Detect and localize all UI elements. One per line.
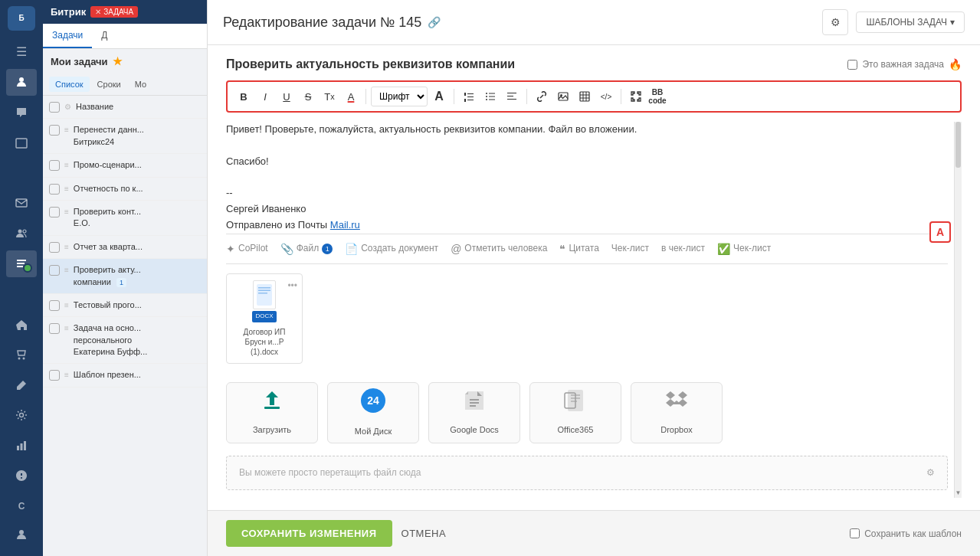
upload-option-gdocs[interactable]: Google Docs [428,382,520,443]
toolbar-clear-format[interactable]: Tx [320,87,339,106]
sidebar-item-settings[interactable] [6,401,37,429]
task-drag-handle[interactable]: ≡ [64,208,69,216]
task-row-active[interactable]: ≡ Проверить акту...компании 1 [43,259,207,294]
sidebar-item-mail[interactable] [6,190,37,217]
toolbar-list-unordered[interactable] [480,87,500,106]
sidebar-item-sort[interactable] [6,280,37,308]
toolbar-color[interactable]: A [341,87,361,106]
task-row[interactable]: ≡ Задача на осно...персональногоЕкатерин… [43,317,207,364]
task-badge-close[interactable]: ✕ [95,8,101,16]
task-row[interactable]: ≡ Шаблон презен... [43,364,207,387]
scrollbar-down-arrow[interactable]: ▼ [955,487,962,498]
list-tab-deadlines[interactable]: Сроки [91,77,127,92]
file-card[interactable]: ••• DOCX [226,273,303,364]
task-row[interactable]: ≡ Отчет за кварта... [43,236,207,259]
upload-option-mydisk[interactable]: 24 Мой Диск [327,382,419,443]
task-row[interactable]: ≡ Проверить конт...Е.О. [43,201,207,236]
sidebar-item-calendar[interactable] [6,129,37,157]
tab-d[interactable]: Д [92,24,116,48]
sidebar-item-shop[interactable] [6,341,37,368]
task-checkbox[interactable] [49,300,60,311]
sidebar-item-c[interactable]: C [6,492,37,520]
upload-option-dropbox[interactable]: Dropbox [631,382,723,443]
task-row[interactable]: ≡ Перенести данн...Битрикс24 [43,119,207,154]
sidebar-item-home[interactable] [6,311,37,339]
sidebar-item-support[interactable] [6,462,37,489]
task-drag-handle[interactable]: ≡ [64,126,69,134]
save-button[interactable]: СОХРАНИТЬ ИЗМЕНЕНИЯ [226,520,392,547]
link-icon[interactable]: 🔗 [428,16,441,28]
checklist-button[interactable]: Чек-лист [611,241,649,256]
task-checkbox[interactable] [49,102,60,113]
sidebar-item-tasks[interactable] [6,159,37,187]
cancel-button[interactable]: ОТМЕНА [402,528,447,539]
toolbar-font-size[interactable]: A [429,87,449,106]
task-drag-handle[interactable]: ≡ [64,301,69,309]
list-tab-mo[interactable]: Мо [129,77,152,92]
important-checkbox[interactable] [847,60,857,70]
toolbar-fullscreen[interactable] [626,87,646,106]
toolbar-table[interactable] [575,87,595,106]
task-drag-handle[interactable]: ≡ [64,161,69,169]
mail-link[interactable]: Mail.ru [330,219,360,231]
sidebar-item-user-bottom[interactable] [6,521,37,548]
sidebar-item-chat[interactable] [6,99,37,126]
vertical-scrollbar[interactable]: ▲ ▼ [954,122,962,498]
drop-zone-gear-icon[interactable]: ⚙ [926,466,935,480]
tab-tasks[interactable]: Задачи [43,24,92,48]
scrollbar-thumb[interactable] [955,122,961,168]
task-checkbox[interactable] [49,184,60,195]
toolbar-align[interactable] [502,87,522,106]
task-row[interactable]: ≡ Отчетность по к... [43,178,207,201]
sidebar-logo[interactable]: Б [8,6,35,31]
list-tab-list[interactable]: Список [49,77,90,92]
sidebar-item-menu[interactable]: ☰ [6,38,37,66]
task-checkbox[interactable] [49,207,60,217]
task-row[interactable]: ⚙ Название [43,96,207,119]
task-drag-handle[interactable]: ≡ [64,371,69,379]
task-checkbox[interactable] [49,265,60,276]
save-template-checkbox[interactable] [850,528,860,538]
editor-content[interactable]: Привет! Проверьте, пожалуйста, актуально… [226,122,954,498]
task-checkbox[interactable] [49,160,60,171]
task-checkbox[interactable] [49,323,60,334]
drop-zone[interactable]: Вы можете просто перетащить файл сюда ⚙ [226,456,948,490]
sidebar-item-active-tasks[interactable] [6,250,37,278]
task-checkbox[interactable] [49,370,60,381]
a-badge[interactable]: A [929,221,951,243]
task-checkbox[interactable] [49,125,60,136]
toolbar-image[interactable] [553,87,573,106]
templates-button[interactable]: ШАБЛОНЫ ЗАДАЧ ▾ [856,11,965,33]
file-more-icon[interactable]: ••• [287,279,297,293]
task-row[interactable]: ≡ Тестовый прого... [43,294,207,317]
toolbar-italic[interactable]: I [255,87,275,106]
star-icon[interactable]: ★ [113,55,123,67]
task-row[interactable]: ≡ Промо-сценари... [43,154,207,177]
upload-option-office365[interactable]: Office365 [529,382,621,443]
toolbar-link[interactable] [532,87,552,106]
checklist2-button[interactable]: ✅ Чек-лист [717,240,771,257]
toolbar-code-inline[interactable]: </> [596,87,616,106]
task-drag-handle[interactable]: ≡ [64,243,69,251]
task-badge[interactable]: ✕ ЗАДАЧА [90,6,138,18]
sidebar-item-analytics[interactable] [6,432,37,460]
task-checkbox[interactable] [49,242,60,253]
sidebar-item-edit[interactable] [6,371,37,399]
task-drag-handle[interactable]: ≡ [64,185,69,193]
task-drag-handle[interactable]: ≡ [64,324,69,332]
toolbar-strikethrough[interactable]: S [298,87,318,106]
task-drag-handle[interactable]: ≡ [64,266,69,274]
file-button[interactable]: 📎 Файл 1 [280,240,333,257]
toolbar-underline[interactable]: U [277,87,297,106]
task-drag-handle[interactable]: ⚙ [64,103,71,111]
create-doc-button[interactable]: 📄 Создать документ [345,240,438,257]
sidebar-item-contacts[interactable] [6,220,37,247]
to-checklist-button[interactable]: в чек-лист [661,241,705,256]
mention-button[interactable]: @ Отметить человека [451,240,547,257]
toolbar-bb-code[interactable]: BBcode [647,87,667,106]
gear-button[interactable]: ⚙ [822,9,848,35]
toolbar-list-ordered[interactable] [459,87,479,106]
toolbar-bold[interactable]: B [234,87,254,106]
upload-option-upload[interactable]: Загрузить [226,382,318,443]
sidebar-item-profile[interactable] [6,69,37,96]
